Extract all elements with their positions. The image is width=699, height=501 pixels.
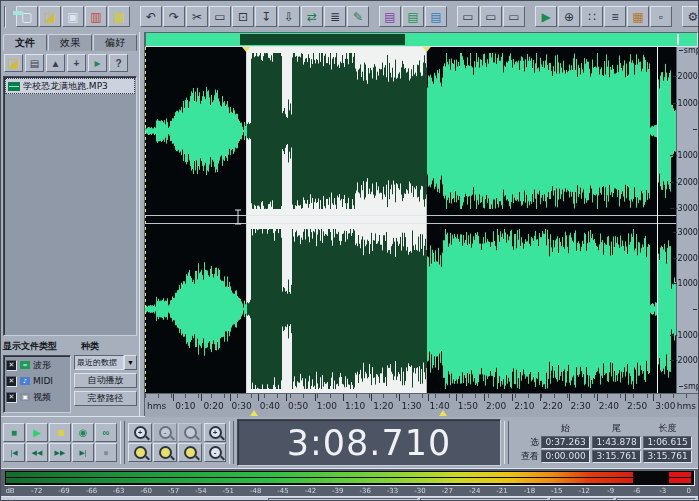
view-begin[interactable]: 0:00.000	[541, 450, 590, 463]
filter-midi-row[interactable]: ✕ ♪ MIDI	[6, 373, 68, 389]
zoom-in-vertical-button[interactable]: +	[204, 423, 226, 442]
overview-navigation-bar[interactable]	[145, 32, 698, 47]
cut-icon[interactable]: ✂	[186, 6, 208, 27]
selection-length[interactable]: 1:06.615	[643, 436, 692, 449]
main-area: 文件 效果 偏好 ◪▤▲+▸? 学校恐龙满地跑.MP3 显示文件类型 种类	[1, 32, 698, 416]
mix-paste-icon[interactable]: ⇩	[278, 6, 300, 27]
time-display[interactable]: 3:08.710	[237, 419, 501, 466]
zoom-in-icon: +	[134, 426, 147, 439]
window-organizer-icon[interactable]: ▭	[480, 6, 502, 27]
tab-favorites[interactable]: 偏好	[93, 34, 137, 51]
time-ruler-tick: 0:10	[173, 394, 174, 401]
selection-end[interactable]: 1:43.878	[592, 436, 641, 449]
amplitude-ruler[interactable]: smpl20000100000-10000-20000-30000 300002…	[676, 47, 699, 393]
spectral-view-icon[interactable]: ▤	[425, 6, 447, 27]
record-button[interactable]: ●	[95, 443, 117, 462]
selection-row-label: 选	[513, 436, 539, 449]
batch-process-icon[interactable]: ≣	[324, 6, 346, 27]
midi-checkbox[interactable]: ✕	[6, 376, 17, 387]
window-session-icon[interactable]: ▭	[503, 6, 525, 27]
filter-waveform-row[interactable]: ✕ ≈ 波形	[6, 357, 68, 373]
go-to-end-button[interactable]: ▶|	[72, 443, 94, 462]
file-list[interactable]: 学校恐龙满地跑.MP3	[3, 76, 137, 336]
sort-dropdown[interactable]: 最近的数据 ▼	[74, 355, 137, 370]
frequency-analysis-icon[interactable]: ▦	[627, 6, 649, 27]
multitrack-view-icon[interactable]: ▤	[379, 6, 401, 27]
selection-begin[interactable]: 0:37.263	[541, 436, 590, 449]
meter-scale-label: -27	[442, 487, 453, 495]
sort-dropdown-arrow-icon[interactable]: ▼	[124, 355, 137, 370]
save-copy-icon[interactable]: ▥	[85, 6, 107, 27]
view-end[interactable]: 3:15.761	[592, 450, 641, 463]
toolbar-grip[interactable]	[229, 421, 234, 464]
new-file-icon[interactable]: ▢	[16, 6, 38, 27]
scale-tool-icon[interactable]: ∷	[581, 6, 603, 27]
zoom-left-edge-button[interactable]	[153, 443, 177, 462]
toolbar-grip[interactable]	[504, 421, 509, 464]
organizer-help-icon[interactable]: ?	[109, 54, 128, 72]
window-waveform-icon[interactable]: ▭	[457, 6, 479, 27]
zoom-tool-icon[interactable]: ⊕	[558, 6, 580, 27]
view-length[interactable]: 3:15.761	[643, 450, 692, 463]
paste-icon[interactable]: ↧	[255, 6, 277, 27]
waveform-canvas[interactable]	[145, 47, 676, 393]
trim-icon[interactable]: ▭	[209, 6, 231, 27]
options-toolbar-group: ⚙◫?	[682, 6, 699, 27]
save-selection-icon[interactable]: ▦	[108, 6, 130, 27]
save-file-icon[interactable]: ▣	[62, 6, 84, 27]
insert-multitrack-icon[interactable]: +	[67, 54, 86, 72]
pause-button[interactable]: ▮▮	[49, 423, 71, 442]
meter-scale-label: dB	[5, 487, 15, 495]
amplitude-label: -20000	[670, 357, 699, 365]
meter-scale-label: -36	[359, 487, 370, 495]
stop-button[interactable]: ■	[3, 423, 25, 442]
amplitude-label: smpl	[679, 383, 699, 391]
convert-sample-type-icon[interactable]: ⇄	[301, 6, 323, 27]
zoom-out-vertical-button[interactable]: -	[204, 443, 226, 462]
tab-files[interactable]: 文件	[3, 34, 47, 51]
play-looped-button[interactable]: ◉	[72, 423, 94, 442]
zoom-to-selection-button[interactable]	[128, 443, 152, 462]
time-ruler[interactable]: hms hms 0:100:200:300:400:501:001:101:20…	[145, 393, 698, 417]
selection-edge-marker[interactable]	[250, 410, 258, 416]
cue-list-icon[interactable]: ✎	[347, 6, 369, 27]
level-meter-icon[interactable]: ≡	[604, 6, 626, 27]
file-list-item[interactable]: 学校恐龙满地跑.MP3	[5, 78, 135, 94]
level-meter[interactable]	[4, 470, 695, 486]
open-file-icon[interactable]: ◪	[39, 6, 61, 27]
play-tool-icon[interactable]: ▶	[535, 6, 557, 27]
rewind-button[interactable]: ◀◀	[26, 443, 48, 462]
selection-edge-marker[interactable]	[439, 410, 447, 416]
fast-forward-button[interactable]: ▶▶	[49, 443, 71, 462]
phase-analysis-icon[interactable]: ▫	[650, 6, 672, 27]
toolbar-grip[interactable]	[120, 421, 125, 464]
full-path-button[interactable]: 完整路径	[74, 391, 137, 406]
amplitude-label: -10000	[670, 332, 699, 340]
zoom-right-edge-button[interactable]	[178, 443, 202, 462]
level-meter-panel: dB-72-69-66-63-60-57-54-51-48-45-42-39-3…	[1, 468, 698, 496]
time-ruler-tick: 1:20	[371, 394, 372, 401]
waveform-view-icon[interactable]: ▤	[402, 6, 424, 27]
zoom-full-button[interactable]	[178, 423, 202, 442]
video-checkbox[interactable]: ✕	[6, 392, 17, 403]
import-file-icon[interactable]: ▤	[25, 54, 44, 72]
tab-effects[interactable]: 效果	[48, 34, 92, 51]
open-folder-icon[interactable]: ◪	[4, 54, 23, 72]
copy-icon[interactable]: ⊡	[232, 6, 254, 27]
redo-icon[interactable]: ↷	[163, 6, 185, 27]
toolbar-handle[interactable]	[4, 6, 6, 28]
play-file-icon[interactable]: ▸	[88, 54, 107, 72]
zoom-in-button[interactable]: +	[128, 423, 152, 442]
amplitude-label: 0	[693, 306, 699, 314]
play-button[interactable]: ▶	[26, 423, 48, 442]
zoom-out-button[interactable]: -	[153, 423, 177, 442]
close-file-icon[interactable]: ▲	[46, 54, 65, 72]
autoplay-button[interactable]: 自动播放	[74, 373, 137, 388]
meter-scale-label: -42	[305, 487, 316, 495]
loop-button[interactable]: ∞	[95, 423, 117, 442]
settings-gear-icon[interactable]: ⚙	[682, 6, 699, 27]
waveform-checkbox[interactable]: ✕	[6, 360, 17, 371]
undo-icon[interactable]: ↶	[140, 6, 162, 27]
go-to-start-button[interactable]: |◀	[3, 443, 25, 462]
filter-video-row[interactable]: ✕ ▣ 视频	[6, 389, 68, 405]
